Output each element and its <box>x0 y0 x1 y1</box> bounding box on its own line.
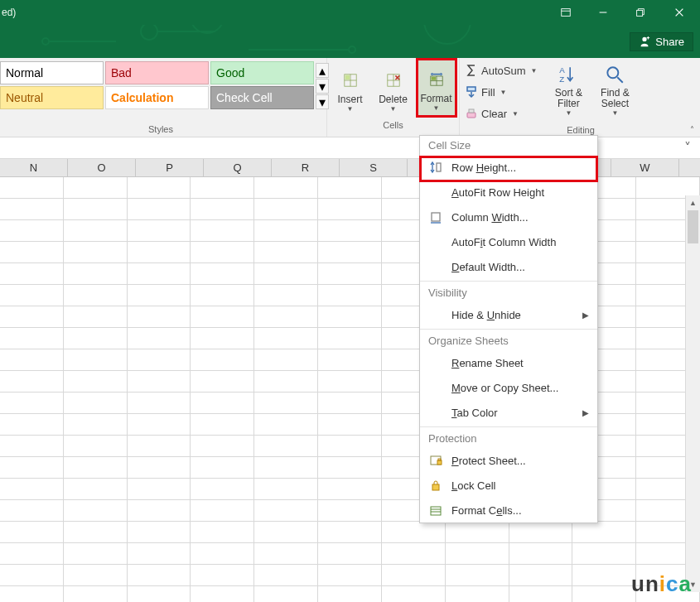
menu-default-width[interactable]: Default Width... <box>420 254 597 279</box>
grid-cell[interactable] <box>254 543 318 565</box>
grid-cell[interactable] <box>0 306 64 328</box>
grid-cell[interactable] <box>254 177 318 199</box>
grid-cell[interactable] <box>254 479 318 500</box>
menu-row-height[interactable]: Row Height... <box>420 155 597 180</box>
grid-cell[interactable] <box>318 220 382 242</box>
grid-cell[interactable] <box>254 349 318 371</box>
grid-cell[interactable] <box>0 199 64 220</box>
grid-cell[interactable] <box>382 522 446 543</box>
grid-cell[interactable] <box>128 436 191 457</box>
grid-cell[interactable] <box>64 328 128 349</box>
scroll-up-arrow[interactable]: ▲ <box>686 195 700 210</box>
close-button[interactable] <box>659 0 700 25</box>
grid-cell[interactable] <box>128 565 191 586</box>
grid-cell[interactable] <box>572 543 636 565</box>
find-select-button[interactable]: Find &Select ▼ <box>591 61 638 123</box>
grid-cell[interactable] <box>191 543 254 565</box>
style-neutral[interactable]: Neutral <box>0 86 104 109</box>
grid-cell[interactable] <box>254 371 318 393</box>
grid-cell[interactable] <box>128 199 191 220</box>
menu-tab-color[interactable]: Tab Color ▶ <box>420 400 597 425</box>
grid-cell[interactable] <box>254 306 318 328</box>
grid-cell[interactable] <box>128 220 191 242</box>
grid-cell[interactable] <box>0 479 64 500</box>
grid-cell[interactable] <box>572 586 636 602</box>
grid-cell[interactable] <box>254 263 318 285</box>
restore-button[interactable] <box>621 0 659 25</box>
grid-cell[interactable] <box>446 565 509 586</box>
col-header[interactable]: Q <box>204 159 272 176</box>
menu-column-width[interactable]: Column Width... <box>420 205 597 229</box>
format-button[interactable]: Format ▼ <box>416 58 457 118</box>
grid-cell[interactable] <box>318 414 382 436</box>
grid-cell[interactable] <box>318 436 382 457</box>
style-normal[interactable]: Normal <box>0 61 104 84</box>
grid-cell[interactable] <box>128 543 191 565</box>
fill-button[interactable]: Fill ▼ <box>465 83 537 101</box>
grid-cell[interactable] <box>254 457 318 479</box>
grid-cell[interactable] <box>0 220 64 242</box>
grid-cell[interactable] <box>254 242 318 263</box>
grid-cell[interactable] <box>128 328 191 349</box>
grid-cell[interactable] <box>191 565 254 586</box>
grid-cell[interactable] <box>64 371 128 393</box>
grid-cell[interactable] <box>64 393 128 414</box>
autosum-button[interactable]: AutoSum ▼ <box>465 61 537 79</box>
grid-cell[interactable] <box>318 328 382 349</box>
grid-cell[interactable] <box>64 479 128 500</box>
grid-cell[interactable] <box>509 543 573 565</box>
grid-cell[interactable] <box>572 522 636 543</box>
grid-cell[interactable] <box>0 522 64 543</box>
grid-cell[interactable] <box>191 242 254 263</box>
grid-cell[interactable] <box>64 285 128 306</box>
grid-cell[interactable] <box>254 220 318 242</box>
grid-cell[interactable] <box>254 500 318 522</box>
grid-cell[interactable] <box>64 349 128 371</box>
grid-cell[interactable] <box>254 586 318 602</box>
grid-cell[interactable] <box>191 371 254 393</box>
grid-cell[interactable] <box>382 543 446 565</box>
grid-cell[interactable] <box>318 586 382 602</box>
menu-autofit-row-height[interactable]: AutoFit Row Height <box>420 180 597 205</box>
grid-cell[interactable] <box>318 263 382 285</box>
grid-cell[interactable] <box>0 500 64 522</box>
ribbon-display-options-icon[interactable] <box>547 0 584 25</box>
col-header[interactable]: P <box>136 159 204 176</box>
grid-cell[interactable] <box>318 500 382 522</box>
grid-cell[interactable] <box>64 220 128 242</box>
grid-cell[interactable] <box>64 457 128 479</box>
grid-cell[interactable] <box>509 565 573 586</box>
grid-cell[interactable] <box>191 436 254 457</box>
grid-cell[interactable] <box>64 177 128 199</box>
menu-protect-sheet[interactable]: Protect Sheet... <box>420 448 597 473</box>
style-check-cell[interactable]: Check Cell <box>210 86 314 109</box>
clear-button[interactable]: Clear ▼ <box>465 104 537 123</box>
grid-cell[interactable] <box>318 285 382 306</box>
grid-cell[interactable] <box>318 199 382 220</box>
grid-cell[interactable] <box>191 522 254 543</box>
grid-cell[interactable] <box>509 586 573 602</box>
grid-cell[interactable] <box>128 242 191 263</box>
grid-cell[interactable] <box>0 543 64 565</box>
grid-cell[interactable] <box>191 199 254 220</box>
grid-cell[interactable] <box>128 285 191 306</box>
grid-cell[interactable] <box>382 586 446 602</box>
grid-cell[interactable] <box>254 436 318 457</box>
col-header[interactable]: N <box>0 159 68 176</box>
col-header[interactable]: W <box>611 159 679 176</box>
grid-cell[interactable] <box>0 263 64 285</box>
grid-cell[interactable] <box>64 414 128 436</box>
grid-cell[interactable] <box>191 457 254 479</box>
grid-cell[interactable] <box>64 242 128 263</box>
grid-cell[interactable] <box>254 285 318 306</box>
menu-format-cells[interactable]: Format Cells... <box>420 498 597 523</box>
grid-cell[interactable] <box>0 349 64 371</box>
menu-lock-cell[interactable]: Lock Cell <box>420 473 597 498</box>
grid-cell[interactable] <box>191 306 254 328</box>
grid-cell[interactable] <box>191 349 254 371</box>
col-header[interactable]: R <box>272 159 340 176</box>
grid-cell[interactable] <box>572 565 636 586</box>
grid-cell[interactable] <box>64 306 128 328</box>
style-bad[interactable]: Bad <box>105 61 209 84</box>
grid-cell[interactable] <box>191 479 254 500</box>
